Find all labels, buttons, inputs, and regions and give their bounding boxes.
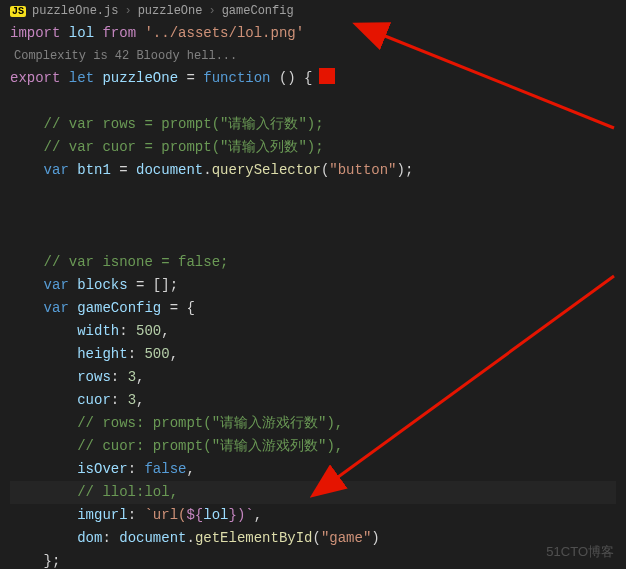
code-line[interactable]: var btn1 = document.querySelector("butto…: [10, 159, 616, 182]
chevron-right-icon: ›: [208, 4, 215, 18]
code-line[interactable]: // var rows = prompt("请输入行数");: [10, 113, 616, 136]
code-line[interactable]: var blocks = [];: [10, 274, 616, 297]
code-line[interactable]: [10, 228, 616, 251]
code-line[interactable]: rows: 3,: [10, 366, 616, 389]
breadcrumb-item[interactable]: puzzleOne.js: [32, 4, 118, 18]
breadcrumb-item[interactable]: gameConfig: [222, 4, 294, 18]
code-line[interactable]: // var cuor = prompt("请输入列数");: [10, 136, 616, 159]
code-line[interactable]: [10, 90, 616, 113]
js-badge-icon: JS: [10, 6, 26, 17]
code-line[interactable]: var gameConfig = {: [10, 297, 616, 320]
code-line[interactable]: // var isnone = false;: [10, 251, 616, 274]
code-line[interactable]: dom: document.getElementById("game"): [10, 527, 616, 550]
watermark: 51CTO博客: [546, 543, 614, 561]
code-line[interactable]: [10, 182, 616, 205]
code-line[interactable]: // llol:lol,: [10, 481, 616, 504]
code-line[interactable]: import lol from '../assets/lol.png': [10, 22, 616, 45]
code-line[interactable]: imgurl: `url(${lol})`,: [10, 504, 616, 527]
breadcrumb-item[interactable]: puzzleOne: [138, 4, 203, 18]
code-line[interactable]: height: 500,: [10, 343, 616, 366]
codelens-complexity[interactable]: Complexity is 42 Bloody hell...: [10, 45, 616, 67]
breadcrumb[interactable]: JS puzzleOne.js › puzzleOne › gameConfig: [0, 0, 626, 22]
chevron-right-icon: ›: [124, 4, 131, 18]
code-line[interactable]: cuor: 3,: [10, 389, 616, 412]
marker-icon: [319, 68, 335, 84]
code-line[interactable]: width: 500,: [10, 320, 616, 343]
code-line[interactable]: [10, 205, 616, 228]
code-line[interactable]: isOver: false,: [10, 458, 616, 481]
code-line[interactable]: // rows: prompt("请输入游戏行数"),: [10, 412, 616, 435]
code-line[interactable]: export let puzzleOne = function () {: [10, 67, 616, 90]
code-line[interactable]: };: [10, 550, 616, 569]
code-editor[interactable]: import lol from '../assets/lol.png' Comp…: [0, 22, 626, 569]
code-line[interactable]: // cuor: prompt("请输入游戏列数"),: [10, 435, 616, 458]
